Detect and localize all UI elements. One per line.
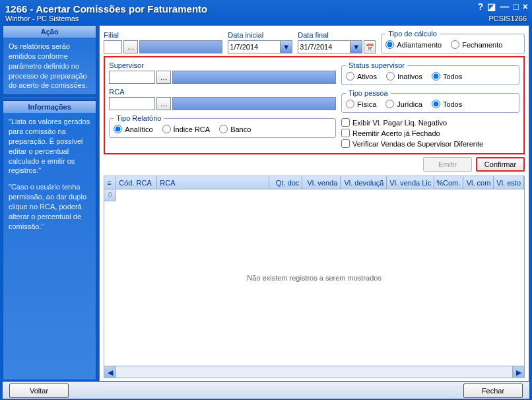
grid-selector-col[interactable]: ≡: [104, 176, 116, 189]
rca-input[interactable]: [109, 97, 155, 110]
calendar-icon[interactable]: 📅: [364, 40, 376, 53]
filial-lookup-button[interactable]: …: [123, 40, 138, 53]
filial-label: Filial: [104, 31, 222, 39]
grid-row-indicator: 0: [104, 189, 116, 201]
col-vl-com[interactable]: Vl. com: [463, 176, 494, 189]
radio-banco[interactable]: Banco: [219, 125, 251, 133]
filial-input[interactable]: [104, 40, 122, 53]
radio-adiantamento[interactable]: Adiantamento: [385, 40, 442, 49]
col-vl-esto[interactable]: Vl. esto: [494, 176, 524, 189]
title-bar: 1266 - Acertar Comissões por Faturamento…: [0, 0, 532, 25]
status-supervisor-legend: Status supervisor: [346, 61, 407, 69]
data-inicial-input[interactable]: [228, 40, 281, 53]
data-final-label: Data final: [298, 31, 376, 39]
chk-negativo[interactable]: Exibir Vl. Pagar Liq. Negativo: [341, 118, 519, 127]
content-area: Filial … Data inicial ▼ Data final ▼: [99, 25, 529, 382]
window-buttons: ? ◪ — □ ×: [478, 1, 528, 12]
grid-body: 0 Não existem registros a serem mostrado…: [104, 189, 524, 366]
radio-ativos[interactable]: Ativos: [346, 72, 377, 81]
tipo-pessoa-legend: Tipo pessoa: [346, 89, 391, 97]
sidebar-divider: [3, 98, 96, 99]
info-paragraph-1: "Lista os valores gerados para comissão …: [9, 117, 90, 176]
window-code: PCSIS1266: [489, 15, 527, 22]
maximize-icon[interactable]: □: [513, 1, 518, 12]
emitir-button: Emitir: [423, 157, 472, 172]
chk-reemitir[interactable]: Reemitir Acerto já Fechado: [341, 129, 519, 137]
rca-label: RCA: [109, 88, 336, 96]
radio-fisica[interactable]: Física: [346, 100, 376, 108]
window-subtitle: Winthor - PC Sistemas: [5, 15, 527, 22]
col-cod-rca[interactable]: Cód. RCA: [116, 176, 157, 189]
data-final-input[interactable]: [298, 40, 350, 53]
help-icon[interactable]: ?: [478, 1, 484, 12]
radio-fechamento[interactable]: Fechamento: [451, 40, 502, 49]
col-vl-venda-lic[interactable]: Vl. venda Lic: [387, 176, 434, 189]
panel-acao-title: Ação: [3, 26, 96, 38]
panel-info-body: "Lista os valores gerados para comissão …: [3, 113, 96, 235]
voltar-button[interactable]: Voltar: [9, 383, 69, 398]
grid-hscroll[interactable]: ◀ ▶: [104, 366, 524, 378]
edit-icon[interactable]: ◪: [487, 1, 496, 12]
scroll-right-icon[interactable]: ▶: [512, 366, 524, 378]
scroll-left-icon[interactable]: ◀: [104, 366, 116, 378]
filial-display: [139, 40, 222, 53]
data-final-dropdown[interactable]: ▼: [350, 40, 362, 53]
rca-display: [172, 97, 336, 110]
window-title: 1266 - Acertar Comissões por Faturamento: [5, 3, 527, 15]
filter-box: Supervisor … RCA …: [104, 56, 525, 154]
minimize-icon[interactable]: —: [500, 1, 509, 12]
radio-tp-todos[interactable]: Todos: [432, 100, 462, 108]
sidebar: Ação Os relatórios serão emitidos confor…: [3, 25, 96, 382]
col-pct-com[interactable]: %Com.: [434, 176, 463, 189]
radio-indice[interactable]: Índice RCA: [162, 125, 211, 133]
rca-lookup-button[interactable]: …: [156, 97, 171, 110]
supervisor-display: [172, 71, 336, 84]
tipo-calculo-legend: Tipo de cálculo: [385, 30, 440, 38]
supervisor-lookup-button[interactable]: …: [156, 71, 171, 84]
col-qt-doc[interactable]: Qt. doc: [269, 176, 302, 189]
radio-juridica[interactable]: Jurídica: [385, 100, 422, 108]
panel-acao: Ação Os relatórios serão emitidos confor…: [3, 25, 96, 95]
data-inicial-dropdown[interactable]: ▼: [281, 40, 292, 53]
data-inicial-label: Data inicial: [228, 31, 292, 39]
fechar-button[interactable]: Fechar: [463, 383, 523, 398]
panel-info: Informações "Lista os valores gerados pa…: [3, 100, 96, 380]
chk-verificar[interactable]: Verificar Vendas de Supervisor Diferente: [341, 139, 519, 148]
col-rca[interactable]: RCA: [157, 176, 269, 189]
grid-empty-text: Não existem registros a serem mostrados: [247, 274, 382, 282]
supervisor-label: Supervisor: [109, 61, 336, 69]
col-vl-venda[interactable]: Vl. venda: [302, 176, 341, 189]
supervisor-input[interactable]: [109, 71, 155, 84]
col-vl-devolucao[interactable]: Vl. devoluçã: [341, 176, 387, 189]
confirmar-button[interactable]: Confirmar: [476, 157, 525, 172]
tipo-relatorio-legend: Tipo Relatório: [114, 114, 164, 122]
radio-ss-todos[interactable]: Todos: [432, 72, 462, 81]
footer-bar: Voltar Fechar: [3, 382, 529, 399]
info-paragraph-2: "Caso o usuário tenha permissão, ao dar …: [9, 182, 90, 231]
close-icon[interactable]: ×: [523, 1, 528, 12]
grid-header: ≡ Cód. RCA RCA Qt. doc Vl. venda Vl. dev…: [104, 176, 524, 189]
radio-analitico[interactable]: Analítico: [114, 125, 152, 133]
data-grid: ≡ Cód. RCA RCA Qt. doc Vl. venda Vl. dev…: [104, 176, 525, 378]
radio-inativos[interactable]: Inativos: [386, 72, 422, 81]
panel-info-title: Informações: [3, 101, 96, 113]
panel-acao-text: Os relatórios serão emitidos conforme pa…: [3, 38, 96, 94]
